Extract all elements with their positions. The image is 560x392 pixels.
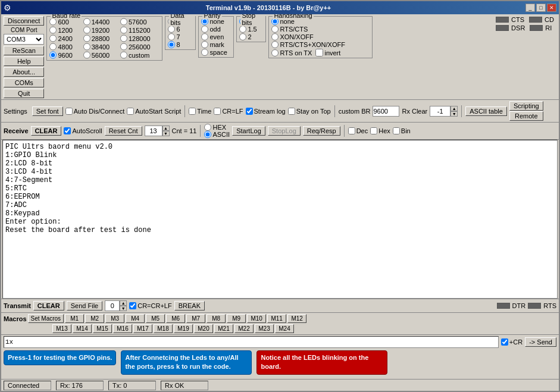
transmit-down-btn[interactable]: ▼ [120, 306, 127, 311]
ascii-radio[interactable] [204, 131, 211, 138]
macro-m13[interactable]: M13 [52, 324, 71, 333]
baud-14400-radio[interactable] [83, 18, 90, 26]
cnt-stepper-input[interactable] [145, 126, 162, 136]
baud-56000-radio[interactable] [83, 51, 90, 59]
cnt-down-btn[interactable]: ▼ [162, 131, 170, 136]
auto-dis-connect-checkbox[interactable] [65, 108, 73, 115]
set-macros-button[interactable]: Set Macros [28, 314, 64, 323]
macro-m10[interactable]: M10 [247, 314, 266, 323]
parity-space-radio[interactable] [201, 49, 208, 56]
quit-button[interactable]: Quit [4, 89, 44, 98]
transmit-up-btn[interactable]: ▲ [120, 300, 127, 306]
about-button[interactable]: About... [4, 67, 44, 77]
req-resp-button[interactable]: Req/Resp [303, 126, 340, 136]
baud-57600-radio[interactable] [120, 18, 127, 26]
send-file-button[interactable]: Send File [67, 301, 102, 311]
hex-radio[interactable] [204, 124, 211, 131]
baud-28800-radio[interactable] [83, 35, 90, 42]
disconnect-button[interactable]: Disconnect [4, 16, 44, 26]
invert-checkbox[interactable] [315, 49, 323, 57]
parity-odd-radio[interactable] [201, 26, 208, 33]
macro-m2[interactable]: M2 [85, 314, 104, 323]
terminal-display[interactable]: PIC Ultrs baord menu v2.0 1:GPIO Blink 2… [2, 140, 558, 299]
rx-clear-down-btn[interactable]: ▼ [450, 111, 458, 117]
transmit-stepper-input[interactable] [105, 300, 120, 311]
baud-custom-radio[interactable] [120, 51, 127, 59]
baud-38400-radio[interactable] [83, 43, 90, 51]
macro-m14[interactable]: M14 [73, 324, 92, 333]
cr-cr-lf-checkbox[interactable] [129, 302, 136, 309]
macro-m11[interactable]: M11 [267, 314, 286, 323]
cr-checkbox[interactable] [501, 338, 508, 346]
receive-clear-button[interactable]: CLEAR [31, 126, 62, 136]
close-button[interactable]: ✕ [547, 4, 556, 12]
remote-button[interactable]: Remote [509, 111, 543, 121]
macro-m3[interactable]: M3 [105, 314, 124, 323]
sbits-15-radio[interactable] [239, 26, 246, 33]
com-port-select[interactable]: COM3 COM1 COM2 COM4 [4, 34, 44, 45]
streamlog-checkbox[interactable] [246, 108, 253, 115]
macro-m16[interactable]: M16 [113, 324, 132, 333]
baud-4800-radio[interactable] [49, 43, 57, 51]
input-field[interactable] [4, 336, 499, 348]
macro-m21[interactable]: M21 [214, 324, 233, 333]
dbits-7-radio[interactable] [168, 33, 175, 40]
baud-128000-radio[interactable] [120, 35, 127, 42]
minimize-button[interactable]: _ [525, 4, 535, 12]
reset-cnt-button[interactable]: Reset Cnt [105, 126, 142, 136]
custom-br-input[interactable] [373, 106, 399, 117]
start-log-button[interactable]: StartLog [232, 126, 265, 136]
hex-checkbox[interactable] [370, 127, 377, 134]
macro-m6[interactable]: M6 [166, 314, 185, 323]
macro-m8[interactable]: M8 [207, 314, 226, 323]
macro-m19[interactable]: M19 [174, 324, 193, 333]
macro-m7[interactable]: M7 [186, 314, 205, 323]
rx-clear-input[interactable] [430, 106, 450, 117]
macro-m12[interactable]: M12 [287, 314, 306, 323]
parity-mark-radio[interactable] [201, 41, 208, 48]
macro-m5[interactable]: M5 [146, 314, 165, 323]
hs-xon-radio[interactable] [271, 33, 279, 40]
dbits-6-radio[interactable] [168, 26, 175, 33]
macro-m15[interactable]: M15 [93, 324, 112, 333]
crlf-checkbox[interactable] [214, 108, 221, 115]
baud-19200-radio[interactable] [83, 26, 90, 34]
coms-button[interactable]: COMs [4, 78, 44, 87]
transmit-clear-button[interactable]: CLEAR [33, 301, 64, 311]
macro-m20[interactable]: M20 [194, 324, 213, 333]
ascii-table-button[interactable]: ASCII table [465, 106, 507, 116]
parity-even-radio[interactable] [201, 33, 208, 40]
baud-2400-radio[interactable] [49, 35, 57, 42]
macro-m9[interactable]: M9 [227, 314, 246, 323]
macro-m24[interactable]: M24 [275, 324, 294, 333]
macro-m23[interactable]: M23 [255, 324, 274, 333]
time-checkbox[interactable] [189, 108, 196, 115]
hs-rtsxon-radio[interactable] [271, 41, 279, 48]
send-button[interactable]: -> Send [525, 337, 556, 347]
macro-m1[interactable]: M1 [65, 314, 84, 323]
macro-m22[interactable]: M22 [234, 324, 254, 333]
help-button[interactable]: Help [4, 57, 44, 66]
macro-m17[interactable]: M17 [133, 324, 152, 333]
autostart-checkbox[interactable] [127, 108, 134, 115]
baud-1200-radio[interactable] [49, 26, 57, 34]
maximize-button[interactable]: □ [536, 4, 546, 12]
macro-m4[interactable]: M4 [126, 314, 145, 323]
stayontop-checkbox[interactable] [288, 108, 295, 115]
cnt-up-btn[interactable]: ▲ [162, 126, 170, 131]
dec-checkbox[interactable] [348, 127, 355, 134]
break-button[interactable]: BREAK [174, 301, 205, 311]
stop-log-button[interactable]: StopLog [268, 126, 301, 136]
baud-115200-radio[interactable] [120, 26, 127, 34]
hs-rtstx-radio[interactable] [271, 49, 279, 57]
sbits-2-radio[interactable] [239, 33, 246, 40]
rx-clear-up-btn[interactable]: ▲ [450, 106, 458, 111]
baud-256000-radio[interactable] [120, 43, 127, 51]
dbits-8-radio[interactable] [168, 41, 175, 48]
scripting-button[interactable]: Scripting [509, 101, 543, 111]
bin-checkbox[interactable] [393, 127, 400, 134]
autoscroll-checkbox[interactable] [64, 127, 71, 134]
baud-9600-radio[interactable] [49, 51, 57, 59]
rescan-button[interactable]: ReScan [4, 46, 44, 55]
macro-m18[interactable]: M18 [154, 324, 173, 333]
